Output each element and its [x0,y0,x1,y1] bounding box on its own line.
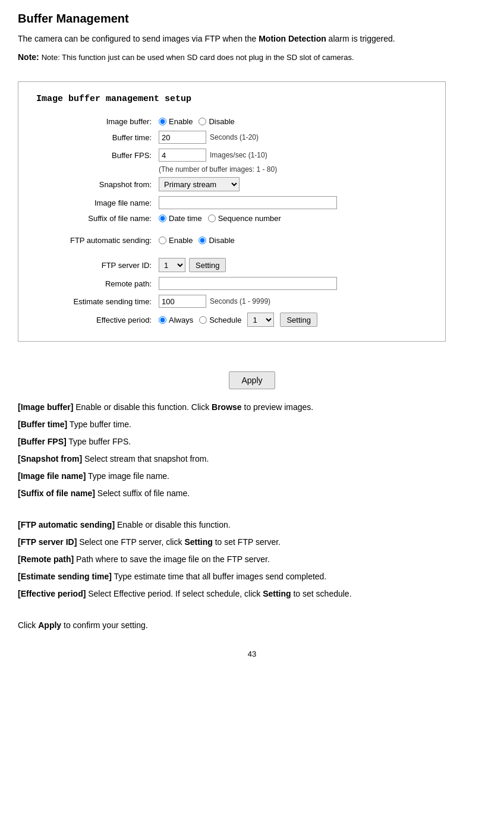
image-buffer-disable-label[interactable]: Disable [199,117,234,126]
image-buffer-enable-label[interactable]: Enable [159,117,193,126]
buffer-fps-row: Buffer FPS: Images/sec (1-10) [36,146,427,164]
ftp-server-id-label: FTP server ID: [36,256,155,275]
snapshot-from-value-cell: Primary stream Secondary stream [155,175,427,194]
effective-value-cell: Always Schedule 1 2 3 4 Setting [155,310,427,329]
image-buffer-enable-radio[interactable] [159,118,166,125]
desc-snapshot-from: [Snapshot from] Select stream that snaps… [18,453,486,465]
ftp-auto-enable-text: Enable [169,236,193,245]
desc-image-file-name: [Image file name] Type image file name. [18,470,486,483]
buffer-time-input[interactable] [159,131,206,144]
suffix-label: Suffix of file name: [36,212,155,225]
image-buffer-disable-text: Disable [209,117,234,126]
desc-buffer-fps: [Buffer FPS] Type buffer FPS. [18,436,486,448]
setup-title: Image buffer management setup [36,94,427,104]
estimate-input[interactable] [159,295,206,308]
suffix-datetime-radio[interactable] [159,215,166,222]
effective-schedule-select[interactable]: 1 2 3 4 [247,313,274,327]
ftp-auto-value-cell: Enable Disable [155,234,427,247]
remote-path-row: Remote path: [36,275,427,292]
ftp-server-id-value-cell: 1 2 3 4 Setting [155,256,427,275]
snapshot-from-row: Snapshot from: Primary stream Secondary … [36,175,427,194]
snapshot-from-label: Snapshot from: [36,175,155,194]
effective-always-text: Always [169,316,193,324]
page-title: Buffer Management [18,12,486,26]
desc-image-buffer: [Image buffer] Enable or disable this fu… [18,401,486,414]
apply-section: Apply [18,371,486,389]
buffer-time-row: Buffer time: Seconds (1-20) [36,128,427,146]
image-buffer-disable-radio[interactable] [199,118,206,125]
descriptions-section: [Image buffer] Enable or disable this fu… [18,401,486,632]
suffix-sequence-radio[interactable] [208,215,216,222]
desc-estimate: [Estimate sending time] Type estimate ti… [18,570,486,583]
buffer-time-label: Buffer time: [36,128,155,146]
desc-remote-path: [Remote path] Path where to save the ima… [18,553,486,566]
ftp-auto-enable-radio[interactable] [159,237,166,244]
buffer-time-hint: Seconds (1-20) [210,133,259,141]
effective-always-label[interactable]: Always [159,316,193,324]
ftp-server-id-row: FTP server ID: 1 2 3 4 Setting [36,256,427,275]
ftp-auto-label: FTP automatic sending: [36,234,155,247]
image-buffer-enable-text: Enable [169,117,193,126]
intro-text: The camera can be configured to send ima… [18,33,486,45]
effective-label: Effective period: [36,310,155,329]
desc-buffer-time: [Buffer time] Type buffer time. [18,418,486,431]
estimate-hint: Seconds (1 - 9999) [210,297,270,305]
effective-always-radio[interactable] [159,316,166,324]
suffix-sequence-text: Sequence number [218,214,281,223]
separator-1 [36,225,427,234]
image-buffer-row: Image buffer: Enable Disable [36,115,427,128]
image-file-name-value-cell [155,194,427,212]
buffer-fps-label: Buffer FPS: [36,146,155,164]
effective-schedule-radio[interactable] [199,316,207,324]
effective-schedule-label[interactable]: Schedule [199,316,241,324]
remote-path-value-cell [155,275,427,292]
remote-path-input[interactable] [159,277,337,290]
ftp-auto-disable-label[interactable]: Disable [199,236,234,245]
ftp-auto-row: FTP automatic sending: Enable Disable [36,234,427,247]
buffer-time-value-cell: Seconds (1-20) [155,128,427,146]
separator-2 [36,247,427,256]
setup-box: Image buffer management setup Image buff… [18,81,446,342]
image-buffer-value: Enable Disable [155,115,427,128]
suffix-value-cell: Date time Sequence number [155,212,427,225]
estimate-value-cell: Seconds (1 - 9999) [155,292,427,310]
effective-row: Effective period: Always Schedule 1 2 3 [36,310,427,329]
ftp-auto-disable-radio[interactable] [199,237,206,244]
image-buffer-label: Image buffer: [36,115,155,128]
effective-schedule-text: Schedule [209,316,241,324]
ftp-server-setting-button[interactable]: Setting [189,258,226,272]
suffix-datetime-label[interactable]: Date time [159,214,202,223]
desc-ftp-server-id: [FTP server ID] Select one FTP server, c… [18,536,486,548]
ftp-server-id-select[interactable]: 1 2 3 4 [159,258,185,272]
page-number: 43 [18,650,486,658]
desc-suffix: [Suffix of file name] Select suffix of f… [18,487,486,500]
remote-path-label: Remote path: [36,275,155,292]
settings-table: Image buffer: Enable Disable Buffer time… [36,115,427,329]
buffer-fps-input[interactable] [159,149,206,162]
buffer-images-note: (The number of buffer images: 1 - 80) [155,164,427,175]
desc-apply: Click Apply to confirm your setting. [18,619,486,632]
effective-setting-button[interactable]: Setting [280,313,317,327]
desc-effective: [Effective period] Select Effective peri… [18,588,486,600]
snapshot-from-select[interactable]: Primary stream Secondary stream [159,177,240,191]
buffer-fps-value-cell: Images/sec (1-10) [155,146,427,164]
estimate-row: Estimate sending time: Seconds (1 - 9999… [36,292,427,310]
desc-ftp-auto: [FTP automatic sending] Enable or disabl… [18,519,486,531]
image-file-name-row: Image file name: [36,194,427,212]
buffer-images-note-row: (The number of buffer images: 1 - 80) [36,164,427,175]
image-file-name-label: Image file name: [36,194,155,212]
buffer-fps-hint: Images/sec (1-10) [210,151,267,159]
ftp-auto-disable-text: Disable [209,236,234,245]
apply-button[interactable]: Apply [229,371,275,389]
suffix-datetime-text: Date time [169,214,202,223]
estimate-label: Estimate sending time: [36,292,155,310]
ftp-auto-enable-label[interactable]: Enable [159,236,193,245]
note-text: Note: Note: This function just can be us… [18,51,486,64]
suffix-row: Suffix of file name: Date time Sequence … [36,212,427,225]
image-file-name-input[interactable] [159,196,337,209]
suffix-sequence-label[interactable]: Sequence number [208,214,281,223]
